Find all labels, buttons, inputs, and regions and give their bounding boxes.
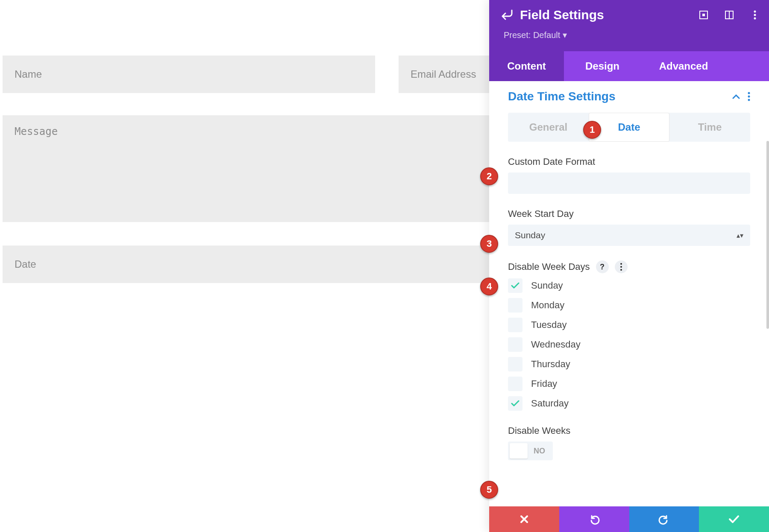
- weekday-list: SundayMondayTuesdayWednesdayThursdayFrid…: [508, 278, 750, 411]
- weekday-label: Tuesday: [531, 319, 567, 330]
- date-input[interactable]: [3, 246, 489, 283]
- panel-body: Date Time Settings General Date Time Cus…: [489, 81, 769, 532]
- annotation-2: 2: [480, 167, 498, 185]
- weekday-row: Monday: [508, 298, 750, 313]
- date-field-wrapper: [3, 246, 489, 283]
- weekday-checkbox[interactable]: [508, 377, 522, 391]
- columns-icon[interactable]: [724, 9, 735, 20]
- save-button[interactable]: [699, 506, 769, 532]
- toggle-value: NO: [528, 447, 551, 456]
- weekday-row: Saturday: [508, 396, 750, 411]
- tab-design[interactable]: Design: [564, 51, 641, 81]
- week-start-group: Week Start Day Sunday ▴▾: [508, 208, 750, 246]
- option-menu-icon[interactable]: [615, 260, 628, 273]
- cancel-button[interactable]: [489, 506, 559, 532]
- weekday-row: Tuesday: [508, 318, 750, 332]
- section-menu-icon[interactable]: [748, 92, 750, 101]
- annotation-5: 5: [480, 481, 498, 499]
- message-field-wrapper: [3, 115, 489, 222]
- email-input[interactable]: [399, 56, 489, 93]
- undo-button[interactable]: [559, 506, 629, 532]
- section-header[interactable]: Date Time Settings: [508, 90, 750, 103]
- svg-point-6: [754, 18, 756, 20]
- chevron-down-icon: ▾: [563, 30, 567, 40]
- weekday-label: Saturday: [531, 398, 569, 409]
- name-field-wrapper: [3, 56, 375, 93]
- disable-weeks-toggle[interactable]: NO: [508, 441, 553, 460]
- svg-rect-1: [702, 14, 705, 16]
- svg-point-5: [754, 14, 756, 16]
- weekday-checkbox[interactable]: [508, 298, 522, 313]
- subtabs: General Date Time: [508, 113, 750, 142]
- redo-button[interactable]: [629, 506, 699, 532]
- annotation-3: 3: [480, 235, 498, 253]
- weekday-checkbox[interactable]: [508, 318, 522, 332]
- action-bar: [489, 506, 769, 532]
- toggle-knob: [510, 443, 528, 459]
- weekday-row: Friday: [508, 377, 750, 391]
- svg-point-4: [754, 11, 756, 13]
- custom-date-format-group: Custom Date Format: [508, 156, 750, 194]
- weekday-checkbox[interactable]: [508, 337, 522, 352]
- subtab-time[interactable]: Time: [669, 113, 750, 142]
- email-field-wrapper: [399, 56, 489, 93]
- settings-panel: Field Settings Preset: Default ▾ Content…: [489, 0, 769, 532]
- preset-label: Preset: Default: [504, 30, 560, 40]
- name-input[interactable]: [3, 56, 375, 93]
- disable-weeks-label: Disable Weeks: [508, 425, 750, 436]
- weekday-label: Monday: [531, 300, 564, 311]
- more-icon[interactable]: [749, 9, 760, 20]
- panel-tabs: Content Design Advanced: [489, 51, 769, 81]
- week-start-select[interactable]: Sunday ▴▾: [508, 225, 750, 246]
- preset-selector[interactable]: Preset: Default ▾: [489, 30, 769, 40]
- message-textarea[interactable]: [3, 115, 489, 222]
- svg-point-9: [748, 99, 750, 101]
- tab-content[interactable]: Content: [489, 51, 564, 81]
- weekday-row: Thursday: [508, 357, 750, 371]
- subtab-general[interactable]: General: [508, 113, 589, 142]
- annotation-4: 4: [480, 278, 498, 295]
- week-start-label: Week Start Day: [508, 208, 750, 219]
- tab-advanced[interactable]: Advanced: [641, 51, 726, 81]
- custom-date-format-input[interactable]: [508, 172, 750, 194]
- weekday-label: Wednesday: [531, 339, 581, 350]
- section-title: Date Time Settings: [508, 90, 616, 103]
- weekday-checkbox[interactable]: [508, 357, 522, 371]
- scrollbar[interactable]: [766, 141, 769, 329]
- collapse-icon[interactable]: [732, 94, 740, 99]
- weekday-row: Sunday: [508, 278, 750, 293]
- weekday-label: Sunday: [531, 280, 563, 291]
- svg-point-8: [748, 96, 750, 98]
- disable-weekdays-label: Disable Week Days: [508, 261, 590, 272]
- disable-weeks-group: Disable Weeks NO: [508, 425, 750, 460]
- select-caret-icon: ▴▾: [737, 231, 743, 240]
- panel-header: Field Settings Preset: Default ▾: [489, 0, 769, 51]
- form-preview: [0, 0, 489, 532]
- weekday-checkbox[interactable]: [508, 278, 522, 293]
- disable-weekdays-group: Disable Week Days ? SundayMondayTuesdayW…: [508, 260, 750, 411]
- weekday-label: Thursday: [531, 359, 570, 370]
- expand-icon[interactable]: [698, 9, 709, 20]
- weekday-label: Friday: [531, 378, 557, 389]
- help-icon[interactable]: ?: [596, 260, 609, 273]
- weekday-checkbox[interactable]: [508, 396, 522, 411]
- panel-title: Field Settings: [520, 8, 604, 22]
- custom-date-format-label: Custom Date Format: [508, 156, 750, 167]
- week-start-value: Sunday: [515, 230, 545, 240]
- back-icon[interactable]: [499, 8, 513, 22]
- annotation-1: 1: [583, 121, 601, 139]
- weekday-row: Wednesday: [508, 337, 750, 352]
- svg-point-7: [748, 92, 750, 94]
